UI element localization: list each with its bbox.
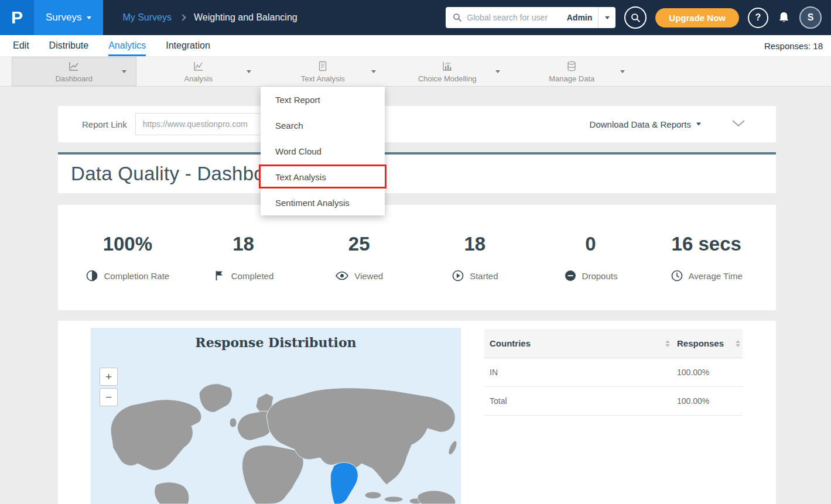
page-title: Data Quality - Dashboard bbox=[71, 163, 293, 185]
tab-distribute[interactable]: Distribute bbox=[49, 35, 89, 56]
download-data-reports-button[interactable]: Download Data & Reports bbox=[590, 119, 701, 129]
line-chart-icon bbox=[68, 60, 80, 72]
breadcrumb-parent[interactable]: My Surveys bbox=[122, 12, 172, 23]
country-cell: IN bbox=[490, 368, 498, 377]
chevron-right-icon bbox=[179, 14, 186, 20]
notifications-bell-icon[interactable] bbox=[777, 11, 791, 25]
clock-icon bbox=[671, 269, 683, 282]
line-chart-icon bbox=[193, 60, 204, 72]
stat-viewed: 25 Viewed bbox=[301, 205, 417, 310]
responses-count: Responses: 18 bbox=[764, 35, 831, 56]
minus-circle-icon bbox=[564, 269, 577, 282]
australia-region bbox=[418, 491, 456, 504]
countries-header-label[interactable]: Countries bbox=[490, 338, 531, 348]
stat-dropouts: 0 Dropouts bbox=[533, 205, 649, 310]
responses-cell: 100.00% bbox=[677, 396, 709, 406]
toolbar-item-dashboard[interactable]: Dashboard bbox=[12, 57, 136, 86]
tab-analytics[interactable]: Analytics bbox=[108, 35, 146, 56]
search-icon bbox=[446, 13, 467, 22]
toolbar-item-label: Choice Modelling bbox=[418, 74, 477, 83]
toolbar-item-manage-data[interactable]: Manage Data bbox=[509, 57, 634, 86]
menu-item-label: Text Analysis bbox=[275, 172, 326, 182]
stat-label: Started bbox=[470, 271, 498, 281]
help-button[interactable]: ? bbox=[748, 8, 768, 28]
toolbar-item-label: Manage Data bbox=[549, 74, 594, 83]
stat-value: 16 secs bbox=[648, 233, 764, 255]
breadcrumb-current: Weighting and Balancing bbox=[194, 12, 297, 23]
country-cell: Total bbox=[490, 396, 507, 406]
toolbar-item-label: Dashboard bbox=[55, 74, 93, 83]
dashboard-title-card: Data Quality - Dashboard bbox=[58, 152, 776, 193]
survey-tabs: Edit Distribute Analytics Integration Re… bbox=[0, 35, 831, 57]
countries-table: Countries Responses IN 100.00% Total 100… bbox=[484, 329, 743, 416]
sort-icon[interactable] bbox=[736, 340, 740, 347]
collapse-chevron-icon[interactable] bbox=[731, 119, 745, 129]
top-bar: P Surveys My Surveys Weighting and Balan… bbox=[0, 0, 831, 35]
stat-completion-rate: 100% Completion Rate bbox=[70, 205, 186, 310]
toolbar-item-label: Text Analysis bbox=[301, 74, 345, 83]
stat-average-time: 16 secs Average Time bbox=[648, 205, 764, 310]
africa-region bbox=[242, 445, 303, 504]
table-row: Total 100.00% bbox=[484, 387, 743, 416]
stat-value: 18 bbox=[417, 233, 533, 255]
user-avatar[interactable]: S bbox=[799, 6, 822, 29]
menu-item-text-analysis[interactable]: Text Analysis bbox=[261, 164, 385, 190]
menu-item-text-report[interactable]: Text Report bbox=[261, 87, 385, 112]
caret-down-icon bbox=[605, 16, 610, 19]
responses-header-label[interactable]: Responses bbox=[677, 338, 724, 348]
toolbar-item-analysis[interactable]: Analysis bbox=[136, 57, 261, 86]
upgrade-now-button[interactable]: Upgrade Now bbox=[655, 8, 739, 28]
japan-region bbox=[447, 440, 459, 456]
stat-value: 18 bbox=[186, 233, 302, 255]
report-link-label: Report Link bbox=[82, 119, 127, 129]
stat-label: Average Time bbox=[689, 271, 743, 281]
island-region bbox=[365, 492, 381, 499]
toolbar-item-text-analysis[interactable]: Text Analysis bbox=[261, 57, 385, 86]
greenland-region bbox=[199, 384, 232, 413]
eye-icon bbox=[335, 269, 349, 282]
database-icon bbox=[566, 60, 577, 72]
search-scope-dropdown[interactable] bbox=[598, 7, 615, 28]
flag-icon bbox=[213, 269, 226, 282]
caret-down-icon bbox=[247, 70, 251, 73]
bar-chart-icon bbox=[442, 60, 453, 72]
stat-label: Completion Rate bbox=[104, 271, 169, 281]
product-menu-surveys[interactable]: Surveys bbox=[34, 0, 103, 35]
caret-down-icon bbox=[371, 70, 376, 73]
search-button[interactable] bbox=[624, 6, 647, 29]
toolbar-item-choice-modelling[interactable]: Choice Modelling bbox=[385, 57, 510, 86]
tab-integration[interactable]: Integration bbox=[166, 35, 210, 56]
app-logo[interactable]: P bbox=[0, 0, 34, 35]
breadcrumb: My Surveys Weighting and Balancing bbox=[122, 12, 297, 23]
world-map[interactable] bbox=[91, 328, 461, 504]
north-america-region bbox=[111, 400, 201, 471]
stat-label: Dropouts bbox=[582, 271, 618, 281]
play-circle-icon bbox=[452, 269, 464, 282]
stat-value: 100% bbox=[70, 233, 186, 255]
global-search-input[interactable] bbox=[467, 13, 560, 22]
sort-icon[interactable] bbox=[665, 340, 670, 347]
south-america-region bbox=[155, 482, 189, 504]
caret-down-icon bbox=[122, 70, 126, 73]
india-region[interactable] bbox=[330, 462, 358, 504]
global-search: Admin bbox=[446, 7, 615, 28]
island-region bbox=[384, 496, 403, 502]
stat-value: 25 bbox=[301, 233, 417, 255]
menu-item-search[interactable]: Search bbox=[261, 112, 385, 138]
text-analysis-dropdown-menu: Text Report Search Word Cloud Text Analy… bbox=[261, 87, 385, 215]
product-menu-label: Surveys bbox=[46, 12, 81, 23]
menu-item-word-cloud[interactable]: Word Cloud bbox=[261, 138, 385, 164]
countries-table-header: Countries Responses bbox=[484, 329, 743, 358]
menu-item-sentiment-analysis[interactable]: Sentiment Analysis bbox=[261, 190, 385, 215]
tab-edit[interactable]: Edit bbox=[13, 35, 29, 56]
caret-down-icon bbox=[696, 123, 701, 126]
download-label: Download Data & Reports bbox=[590, 119, 691, 129]
response-distribution-section: Response Distribution + − bbox=[58, 321, 776, 504]
uk-region bbox=[230, 418, 237, 427]
stat-label: Completed bbox=[231, 271, 274, 281]
search-scope[interactable]: Admin bbox=[561, 13, 599, 22]
caret-down-icon bbox=[495, 70, 500, 73]
topbar-actions: Admin Upgrade Now ? S bbox=[446, 6, 831, 29]
response-distribution-map: Response Distribution + − bbox=[91, 328, 461, 504]
search-icon bbox=[631, 13, 641, 23]
